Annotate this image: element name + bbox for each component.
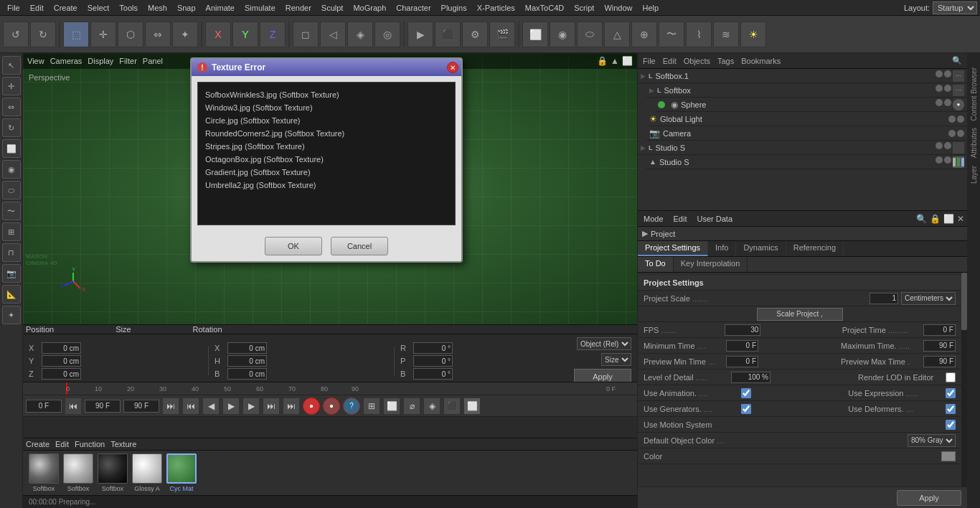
obj-row-studios-child[interactable]: ▲ Studio S [646, 155, 967, 169]
scale-project-button[interactable]: Scale Project , [757, 308, 843, 321]
material-item-1[interactable]: Softbox [29, 453, 59, 492]
obj-row-softbox[interactable]: ▶ L Softbox ⋯ [646, 83, 967, 98]
cube-tool[interactable]: ⬜ [522, 22, 548, 47]
undo-button[interactable]: ↺ [3, 22, 29, 47]
sphere-tool[interactable]: ◉ [550, 22, 575, 47]
palette-nurbs[interactable]: 〜 [2, 202, 21, 220]
menu-help[interactable]: Help [639, 2, 664, 14]
timeline-current-input[interactable] [85, 400, 121, 413]
menu-plugins[interactable]: Plugins [437, 2, 471, 14]
obj-row-studios-parent[interactable]: ▶ L Studio S [638, 141, 967, 155]
attr-check-useexpression[interactable] [946, 388, 956, 398]
mat-menu-edit[interactable]: Edit [55, 440, 69, 448]
texture-error-dialog[interactable]: ! Texture Error ✕ SofboxWrinkles3.jpg (S… [190, 57, 463, 263]
obj-row-camera[interactable]: 📷 Camera [646, 126, 967, 141]
attr-tab-referencing[interactable]: Referencing [786, 241, 844, 256]
attr-check-useanimation[interactable] [741, 388, 751, 398]
attr-mode-mode[interactable]: Mode [641, 214, 666, 224]
render-to-picture[interactable]: 🎬 [489, 22, 515, 47]
layout-select[interactable]: Startup [933, 1, 977, 14]
polygon-mode[interactable]: ◻ [293, 22, 319, 47]
mat-menu-create[interactable]: Create [26, 440, 50, 448]
attr-subtab-keyinterp[interactable]: Key Interpolation [674, 257, 748, 272]
timeline-next-btn[interactable]: ⏭ [263, 398, 280, 415]
menu-window[interactable]: Window [600, 2, 636, 14]
move-tool[interactable]: ✛ [90, 22, 116, 47]
light-tool[interactable]: ☀ [740, 22, 766, 47]
timeline-auto-key[interactable]: ● [303, 398, 320, 415]
render-region[interactable]: ⬛ [435, 22, 461, 47]
coord-dropdown[interactable]: Object (Rel) [577, 337, 631, 350]
menu-simulate[interactable]: Simulate [240, 2, 280, 14]
pos-y-input[interactable] [42, 355, 81, 367]
attr-input-prevmintime[interactable] [726, 356, 758, 367]
palette-deform[interactable]: ⊓ [2, 243, 21, 262]
y-axis-btn[interactable]: Y [232, 22, 258, 47]
obj-row-globallight[interactable]: ☀ Global Light [646, 112, 967, 126]
attr-search-icon[interactable]: 🔍 [916, 214, 927, 224]
size-x-input[interactable] [227, 342, 267, 354]
attr-input-scale[interactable] [870, 293, 898, 304]
z-axis-btn[interactable]: Z [260, 22, 286, 47]
rot-x-input[interactable] [413, 342, 453, 354]
attr-lock-icon[interactable]: 🔒 [930, 214, 941, 224]
attr-check-usegenerators[interactable] [741, 404, 751, 414]
palette-sphere[interactable]: ◉ [2, 160, 21, 179]
attr-check-renderlod[interactable] [946, 372, 956, 382]
menu-sculpt[interactable]: Sculpt [317, 2, 348, 14]
mat-menu-function[interactable]: Function [75, 440, 105, 448]
menu-snap[interactable]: Snap [173, 2, 200, 14]
redo-button[interactable]: ↻ [30, 22, 56, 47]
rot-z-input[interactable] [413, 368, 453, 380]
strip-layer[interactable]: Layer [970, 166, 978, 184]
palette-box[interactable]: ⬜ [2, 139, 21, 158]
timeline-record-btn[interactable]: ⏮ [65, 398, 82, 415]
timeline-first-btn[interactable]: ⏭ [162, 398, 179, 415]
select-tool[interactable]: ⬚ [63, 22, 89, 47]
mat-menu-texture[interactable]: Texture [110, 440, 136, 448]
attr-scrollbar[interactable] [961, 273, 967, 486]
material-item-4[interactable]: Glossy A [132, 453, 162, 492]
vp-menu-view[interactable]: View [27, 57, 44, 65]
palette-move[interactable]: ✛ [2, 77, 21, 95]
attr-select-defaultcolor[interactable]: 80% Gray [908, 434, 956, 447]
attr-close-icon[interactable]: ✕ [957, 214, 964, 224]
dialog-cancel-button[interactable]: Cancel [331, 237, 388, 255]
attr-check-usedeformers[interactable] [946, 404, 956, 414]
timeline-view-btn[interactable]: ⬛ [443, 398, 461, 415]
timeline-prev-key[interactable]: ◀ [202, 398, 220, 415]
vp-icon-up[interactable]: ▲ [611, 56, 619, 66]
vp-menu-cameras[interactable]: Cameras [50, 57, 83, 65]
palette-select[interactable]: ↖ [2, 56, 21, 75]
menu-file[interactable]: File [3, 2, 24, 14]
menu-render[interactable]: Render [281, 2, 316, 14]
dialog-ok-button[interactable]: OK [265, 237, 322, 255]
landscape-tool[interactable]: ⌇ [686, 22, 712, 47]
attr-tab-info[interactable]: Info [708, 241, 736, 256]
vp-icon-lock[interactable]: 🔒 [597, 56, 608, 66]
cylinder-tool[interactable]: ⬭ [577, 22, 603, 47]
attr-tab-dynamics[interactable]: Dynamics [736, 241, 786, 256]
dialog-close-button[interactable]: ✕ [447, 62, 458, 73]
attr-expand-icon[interactable]: ⬜ [943, 214, 954, 224]
menu-maxtoc4d[interactable]: MaxToC4D [521, 2, 568, 14]
attr-input-fps[interactable] [725, 324, 760, 336]
vp-menu-filter[interactable]: Filter [119, 57, 136, 65]
palette-scale[interactable]: ⇔ [2, 98, 21, 116]
menu-select[interactable]: Select [83, 2, 114, 14]
obj-menu-file[interactable]: File [641, 56, 658, 66]
timeline-last-btn[interactable]: ⏭ [283, 398, 300, 415]
vp-icon-maximize[interactable]: ⬜ [622, 56, 633, 66]
timeline-end-input[interactable] [123, 400, 159, 413]
object-mode[interactable]: ◎ [374, 22, 400, 47]
palette-rotate[interactable]: ↻ [2, 118, 21, 137]
size-dropdown[interactable]: Size [601, 353, 631, 366]
rot-y-input[interactable] [413, 355, 453, 367]
transform-tool[interactable]: ✦ [172, 22, 198, 47]
timeline-start-input[interactable] [26, 400, 62, 413]
pos-z-input[interactable] [42, 368, 81, 380]
menu-create[interactable]: Create [50, 2, 82, 14]
torus-tool[interactable]: ⊕ [631, 22, 657, 47]
menu-tools[interactable]: Tools [115, 2, 142, 14]
timeline-curve-btn[interactable]: ⌀ [403, 398, 420, 415]
